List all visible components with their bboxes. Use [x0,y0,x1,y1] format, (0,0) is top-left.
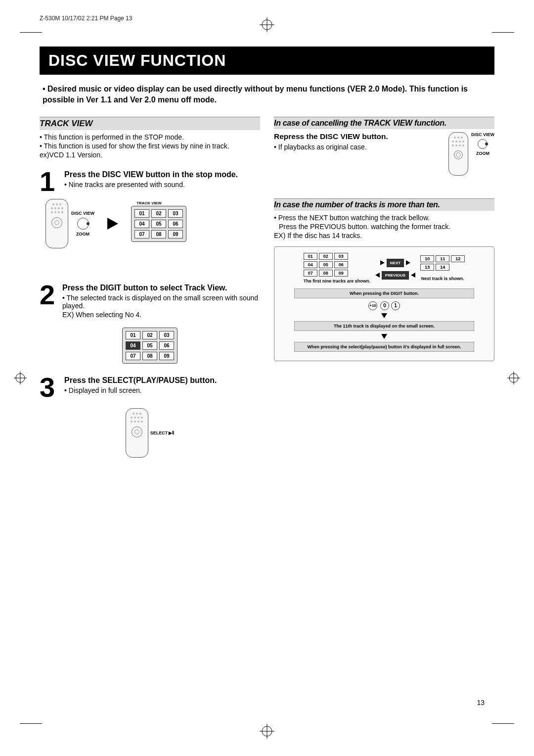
bullet: ex)VCD 1.1 Version. [40,151,260,159]
bar-11th: The 11th track is displayed on the small… [294,321,475,331]
track-grid-box: TRACK VIEW 01 02 03 04 05 06 07 08 09 [131,206,186,242]
crop-mark-icon [260,724,274,739]
arrow-right-icon [107,218,118,230]
mini-cell: 02 [319,253,333,260]
track-cell: 02 [142,331,157,339]
crop-mark-icon [507,372,520,384]
caption-first-nine: The first nine tracks are shown. [304,279,370,284]
mini-cell: 06 [334,261,348,268]
track-grid-label: TRACK VIEW [135,200,163,206]
button-circle-icon [77,218,89,230]
bullet: • This function is performed in the STOP… [40,133,260,141]
remote-label-zoom: ZOOM [476,151,490,156]
step-number-3: 3 [40,376,59,399]
track-cell: 03 [168,209,183,218]
multi-track-diagram: 01 02 03 04 05 06 07 08 09 The first nin… [274,246,494,361]
crop-mark-icon [492,32,514,33]
step2-title: Press the DIGIT button to select Track V… [62,283,260,293]
arrow-right-icon [406,260,410,265]
remote-illustration [448,132,468,176]
track-cell: 01 [126,331,140,339]
bar-select: When pressing the select(play/pause) but… [294,342,475,352]
mini-cell: 10 [420,255,434,262]
intro-text: • Desired music or video display can be … [43,84,491,106]
mini-cell: 08 [319,270,333,277]
bullet: • Press the NEXT button watching the tra… [274,214,494,222]
mini-cell: 04 [304,261,317,268]
remote-label-discview: DISC VIEW [471,132,494,137]
track-cell: 06 [159,341,174,350]
button-circle-icon [478,139,488,149]
crop-mark-icon [20,32,42,33]
track-cell: 02 [151,209,166,218]
bullet: • This function is used for show the fir… [40,142,260,150]
mini-cell: 03 [334,253,348,260]
arrow-right-icon [380,260,385,265]
heading-track-view: TRACK VIEW [40,117,260,130]
track-cell: 05 [142,341,157,350]
heading-cancel: In case of cancelling the TRACK VIEW fun… [274,117,494,129]
mini-cell: 13 [420,264,434,271]
step2-sub: • The selected track is displayed on the… [62,294,260,310]
mini-cell: 12 [451,255,465,262]
step-number-1: 1 [40,170,59,193]
step3-sub: • Displayed in full screen. [64,386,217,394]
step1-title: Press the DISC VIEW button in the stop m… [64,170,238,180]
digit-button-0: 0 [380,301,389,310]
track-cell: 05 [151,220,166,228]
remote-label-zoom: ZOOM [76,232,89,236]
remote-label-select: SELECT▶Ⅱ [150,430,175,435]
step3-title: Press the SELECT(PLAY/PAUSE) button. [64,376,217,385]
remote-illustration [45,199,68,248]
heading-more-than-ten: In case the number of tracks is more tha… [274,198,494,211]
step1-sub: • Nine tracks are presented with sound. [64,181,238,189]
track-cell: 06 [168,220,183,228]
mini-cell: 05 [319,261,333,268]
digit-button-1: 1 [391,301,400,310]
plus10-label: +10 [368,301,377,310]
page-number: 13 [477,699,485,707]
play-pause-icon: ▶Ⅱ [169,430,174,435]
arrow-left-icon [375,273,380,278]
next-tag: NEXT [387,259,404,267]
page-title: DISC VIEW FUNCTION [40,47,494,75]
track-cell: 01 [134,209,149,218]
track-cell: 03 [159,331,174,339]
mini-cell: 11 [436,255,449,262]
arrow-down-icon [381,313,387,318]
track-cell: 07 [134,230,149,238]
step-number-2: 2 [40,283,57,319]
track-cell: 07 [126,352,140,360]
mini-cell: 14 [436,264,449,271]
arrow-down-icon [381,334,387,339]
remote-label-discview: DISC VIEW [71,211,94,216]
track-grid-box-selected: 01 02 03 04 05 06 07 08 09 [122,328,178,364]
crop-mark-icon [492,723,514,724]
bar-digit: When pressing the DIGIT button. [294,288,475,298]
arrow-left-icon [411,273,415,278]
track-cell-selected: 04 [126,341,140,350]
track-cell: 04 [134,220,149,228]
bullet: EX) If the disc has 14 tracks. [274,232,494,239]
track-cell: 09 [168,230,183,238]
step2-ex: EX) When selecting No 4. [62,311,260,319]
mini-cell: 09 [334,270,348,277]
crop-mark-icon [20,723,42,724]
track-cell: 08 [142,352,157,360]
crop-mark-icon [14,372,27,384]
previous-tag: PREVIOUS [382,271,409,280]
track-cell: 09 [159,352,174,360]
caption-next-shown: Next track is shown. [420,276,465,281]
crop-mark-icon [260,17,274,32]
mini-cell: 01 [304,253,317,260]
track-cell: 08 [151,230,166,238]
bullet: Press the PREVIOUS button. watching the … [279,223,494,231]
remote-illustration [126,408,148,458]
mini-cell: 07 [304,270,317,277]
